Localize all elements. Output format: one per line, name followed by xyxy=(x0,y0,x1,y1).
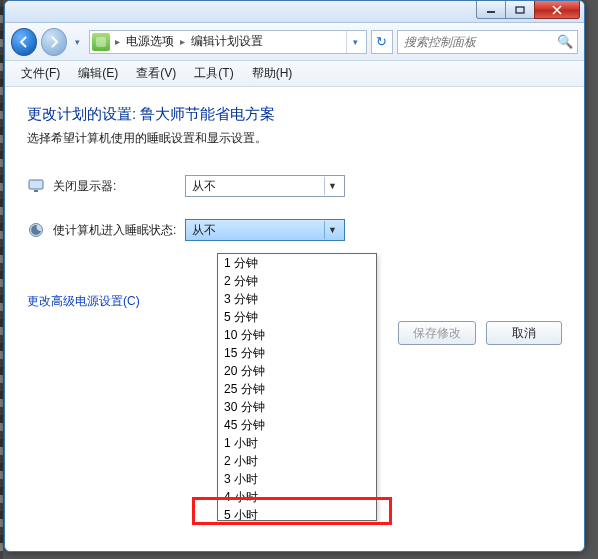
turn-off-display-combo[interactable]: 从不 ▼ xyxy=(185,175,345,197)
dropdown-option[interactable]: 5 分钟 xyxy=(218,308,376,326)
arrow-left-icon xyxy=(17,35,31,49)
chevron-down-icon: ▼ xyxy=(324,221,340,239)
refresh-icon: ↻ xyxy=(376,34,387,49)
page-subtitle: 选择希望计算机使用的睡眠设置和显示设置。 xyxy=(27,130,562,147)
dropdown-option[interactable]: 3 小时 xyxy=(218,470,376,488)
breadcrumb-edit-plan[interactable]: 编辑计划设置 xyxy=(187,33,267,50)
sleep-dropdown-list[interactable]: 1 分钟2 分钟3 分钟5 分钟10 分钟15 分钟20 分钟25 分钟30 分… xyxy=(217,253,377,521)
advanced-power-settings-link[interactable]: 更改高级电源设置(C) xyxy=(27,293,140,310)
dropdown-option[interactable]: 2 小时 xyxy=(218,452,376,470)
row-sleep: 使计算机进入睡眠状态: 从不 ▼ xyxy=(27,219,562,241)
background-overflow xyxy=(0,0,3,559)
explorer-window: ▾ ▸ 电源选项 ▸ 编辑计划设置 ▾ ↻ 🔍 文件(F) 编辑(E) 查看(V… xyxy=(4,0,585,552)
dropdown-option[interactable]: 5 小时 xyxy=(218,506,376,521)
sleep-combo[interactable]: 从不 ▼ xyxy=(185,219,345,241)
minimize-icon xyxy=(486,6,496,14)
page-title: 更改计划的设置: 鲁大师节能省电方案 xyxy=(27,105,562,124)
window-buttons xyxy=(477,1,580,19)
row-turn-off-display: 关闭显示器: 从不 ▼ xyxy=(27,175,562,197)
nav-toolbar: ▾ ▸ 电源选项 ▸ 编辑计划设置 ▾ ↻ 🔍 xyxy=(5,23,584,61)
dropdown-option[interactable]: 45 分钟 xyxy=(218,416,376,434)
search-icon: 🔍 xyxy=(557,34,573,49)
save-button[interactable]: 保存修改 xyxy=(398,321,476,345)
svg-rect-1 xyxy=(516,7,524,13)
menubar: 文件(F) 编辑(E) 查看(V) 工具(T) 帮助(H) xyxy=(5,61,584,87)
cancel-button[interactable]: 取消 xyxy=(486,321,562,345)
search-box[interactable]: 🔍 xyxy=(397,30,578,54)
button-row: 保存修改 取消 xyxy=(398,321,562,345)
close-icon xyxy=(551,5,563,15)
menu-view[interactable]: 查看(V) xyxy=(128,62,184,85)
svg-rect-0 xyxy=(487,11,495,13)
maximize-button[interactable] xyxy=(505,1,535,19)
sleep-label: 使计算机进入睡眠状态: xyxy=(53,222,185,239)
dropdown-option[interactable]: 15 分钟 xyxy=(218,344,376,362)
search-input[interactable] xyxy=(402,34,557,50)
menu-tools[interactable]: 工具(T) xyxy=(186,62,241,85)
control-panel-icon xyxy=(92,33,110,51)
titlebar[interactable] xyxy=(5,1,584,23)
back-button[interactable] xyxy=(11,28,37,56)
breadcrumb-dropdown[interactable]: ▾ xyxy=(346,31,364,53)
refresh-button[interactable]: ↻ xyxy=(371,30,394,54)
dropdown-option[interactable]: 4 小时 xyxy=(218,488,376,506)
sleep-value: 从不 xyxy=(192,222,324,239)
nav-history-dropdown[interactable]: ▾ xyxy=(71,28,84,56)
dropdown-option[interactable]: 10 分钟 xyxy=(218,326,376,344)
menu-edit[interactable]: 编辑(E) xyxy=(70,62,126,85)
dropdown-option[interactable]: 20 分钟 xyxy=(218,362,376,380)
maximize-icon xyxy=(515,6,525,14)
turn-off-display-label: 关闭显示器: xyxy=(53,178,185,195)
svg-rect-2 xyxy=(96,37,106,47)
svg-rect-4 xyxy=(34,190,38,192)
breadcrumb-power-options[interactable]: 电源选项 xyxy=(122,33,178,50)
menu-help[interactable]: 帮助(H) xyxy=(244,62,301,85)
minimize-button[interactable] xyxy=(476,1,506,19)
dropdown-option[interactable]: 1 小时 xyxy=(218,434,376,452)
dropdown-option[interactable]: 25 分钟 xyxy=(218,380,376,398)
dropdown-option[interactable]: 1 分钟 xyxy=(218,254,376,272)
dropdown-option[interactable]: 3 分钟 xyxy=(218,290,376,308)
menu-file[interactable]: 文件(F) xyxy=(13,62,68,85)
dropdown-option[interactable]: 2 分钟 xyxy=(218,272,376,290)
monitor-icon xyxy=(27,177,45,195)
sleep-icon xyxy=(27,221,45,239)
dropdown-option[interactable]: 30 分钟 xyxy=(218,398,376,416)
chevron-right-icon: ▸ xyxy=(178,36,187,47)
forward-button[interactable] xyxy=(41,28,67,56)
turn-off-display-value: 从不 xyxy=(192,178,324,195)
chevron-right-icon: ▸ xyxy=(113,36,122,47)
close-button[interactable] xyxy=(534,1,580,19)
arrow-right-icon xyxy=(47,35,61,49)
chevron-down-icon: ▼ xyxy=(324,177,340,195)
breadcrumb[interactable]: ▸ 电源选项 ▸ 编辑计划设置 ▾ xyxy=(89,30,367,54)
svg-rect-3 xyxy=(29,180,43,189)
